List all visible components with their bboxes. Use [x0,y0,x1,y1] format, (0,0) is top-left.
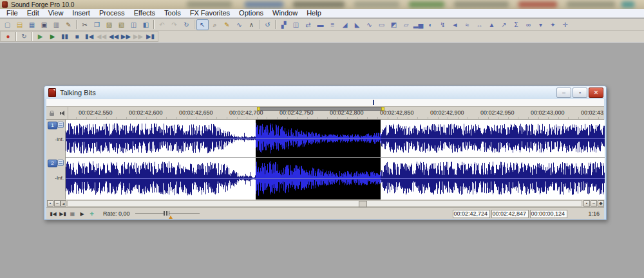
menu-help[interactable]: Help [302,9,326,17]
menu-edit[interactable]: Edit [23,9,44,17]
menu-effects[interactable]: Effects [129,9,160,17]
rewind-button[interactable]: ◀◀ [108,31,120,42]
zoom-tool-icon[interactable]: ∧ [245,19,258,30]
magnify-tool-icon[interactable]: ⌕ [209,19,221,30]
channel-2-options-button[interactable] [57,160,64,166]
menu-view[interactable]: View [44,9,68,17]
waveform-area[interactable] [66,120,605,199]
menu-fx-favorites[interactable]: FX Favorites [185,9,234,17]
selection-end-display[interactable]: 00:02:42,847 [491,210,529,218]
next-marker-button[interactable]: ▶▶ [132,31,144,42]
zoom-out-level-button[interactable]: • [583,200,590,207]
channel-2-button[interactable]: 2 [48,160,57,167]
fade-out-icon[interactable]: ◣ [351,19,363,30]
smooth-icon[interactable]: ≈ [461,19,473,30]
selection-length-display[interactable]: 00:00:00,124 [530,210,567,218]
play-normal-button[interactable]: ▶ [77,210,87,218]
channel-1-options-button[interactable] [57,122,64,128]
waveform-canvas[interactable] [66,120,605,199]
channel-1-button[interactable]: 1 [48,122,57,129]
eq-icon[interactable]: ≡ [327,19,339,30]
copy-icon[interactable]: ❐ [91,19,103,30]
spectrum-icon[interactable]: ✦ [547,19,559,30]
menu-window[interactable]: Window [268,9,302,17]
pause-button[interactable]: ▮▮ [59,31,71,42]
go-to-end-button[interactable]: ▶▮ [58,210,68,218]
lock-icon[interactable] [50,113,54,116]
save-icon[interactable]: ▦ [26,19,38,30]
undo-icon[interactable]: ↶ [156,19,168,30]
statistics-icon[interactable]: Σ [510,19,522,30]
play-all-button[interactable]: ▶ [34,31,46,42]
stop-button[interactable]: ▦ [68,210,77,218]
paste-special-icon[interactable]: ▧ [115,19,128,30]
overview-cursor[interactable] [373,100,374,105]
auto-trim-icon[interactable]: ▞ [278,19,290,30]
mute-icon[interactable]: ▱ [400,19,412,30]
pencil-tool-icon[interactable]: ✎ [221,19,233,30]
stop-button[interactable]: ■ [71,31,83,42]
more-tools-icon[interactable]: ✛ [559,19,571,30]
close-button[interactable]: ✕ [589,88,603,98]
zoom-fit-button[interactable]: ◆ [598,200,604,207]
rate-slider-handle[interactable] [164,211,169,216]
edit-tool-icon[interactable]: ↖ [196,19,209,30]
rate-slider[interactable] [135,210,200,218]
menu-process[interactable]: Process [95,9,129,17]
play-button[interactable]: ▶ [46,31,59,42]
go-to-end-button[interactable]: ▶▮ [144,31,156,42]
menu-file[interactable]: File [2,9,23,17]
menu-options[interactable]: Options [234,9,268,17]
previous-marker-button[interactable]: ◀◀ [95,31,108,42]
normalize-icon[interactable]: ▂▅ [412,19,424,30]
save-all-icon[interactable]: ▣ [38,19,50,30]
reverse-icon[interactable]: ◄ [449,19,461,30]
volume-icon[interactable]: ▲ [486,19,498,30]
scrollbar-track[interactable] [67,200,582,207]
pitch-bend-icon[interactable]: ↗ [498,19,510,30]
pan-expand-icon[interactable]: ◐ [424,19,437,30]
menu-insert[interactable]: Insert [68,9,95,17]
document-titlebar[interactable]: Talking Bits –▫✕ [44,86,606,99]
minimize-button[interactable]: – [556,88,571,98]
scroll-left-arrow[interactable]: ◂ [61,200,66,207]
plugin-chain-icon[interactable]: ∞ [522,19,535,30]
insert-marker-button[interactable]: ✛ [87,210,97,218]
marker-icon[interactable]: ▾ [535,19,547,30]
trim-icon[interactable]: ◧ [140,19,152,30]
open-icon[interactable]: ▤ [14,19,26,30]
refresh-icon[interactable]: ↺ [261,19,274,30]
record-button[interactable]: ● [2,31,14,42]
insert-silence-icon[interactable]: ▭ [375,19,388,30]
bit-depth-icon[interactable]: ◫ [290,19,302,30]
go-to-start-button[interactable]: ▮◀ [48,210,58,218]
new-file-icon[interactable]: ▢ [1,19,14,30]
time-stretch-icon[interactable]: ↔ [473,19,486,30]
fast-forward-button[interactable]: ▶▶ [120,31,132,42]
time-ruler[interactable]: 00:02:42,55000:02:42,60000:02:42,65000:0… [68,107,604,119]
zoom-in-time-button[interactable]: – [54,200,61,207]
zoom-out-time-button[interactable]: • [47,200,53,207]
menu-tools[interactable]: Tools [160,9,185,17]
publish-icon[interactable]: ✎ [62,19,75,30]
render-as-icon[interactable]: ▥ [50,19,62,30]
envelope-tool-icon[interactable]: ∿ [233,19,245,30]
overview-bar[interactable] [46,99,604,107]
loop-region-bar[interactable] [258,107,383,111]
graphic-fade-icon[interactable]: ∿ [363,19,375,30]
repeat-icon[interactable]: ↻ [180,19,193,30]
dc-offset-icon[interactable]: ▬ [314,19,327,30]
channel-converter-icon[interactable]: ⇄ [302,19,314,30]
paste-icon[interactable]: ▨ [103,19,115,30]
fade-in-icon[interactable]: ◢ [339,19,351,30]
invert-icon[interactable]: ◩ [388,19,400,30]
cursor-position-display[interactable]: 00:02:42,724 [453,210,490,218]
redo-icon[interactable]: ↷ [168,19,180,30]
cut-icon[interactable]: ✂ [79,19,91,30]
go-to-start-button[interactable]: ▮◀ [83,31,95,42]
scrollbar-thumb[interactable] [359,201,367,207]
speaker-icon[interactable] [59,111,64,116]
resample-icon[interactable]: ↯ [437,19,449,30]
mix-icon[interactable]: ◫ [128,19,140,30]
restore-button[interactable]: ▫ [573,88,587,98]
